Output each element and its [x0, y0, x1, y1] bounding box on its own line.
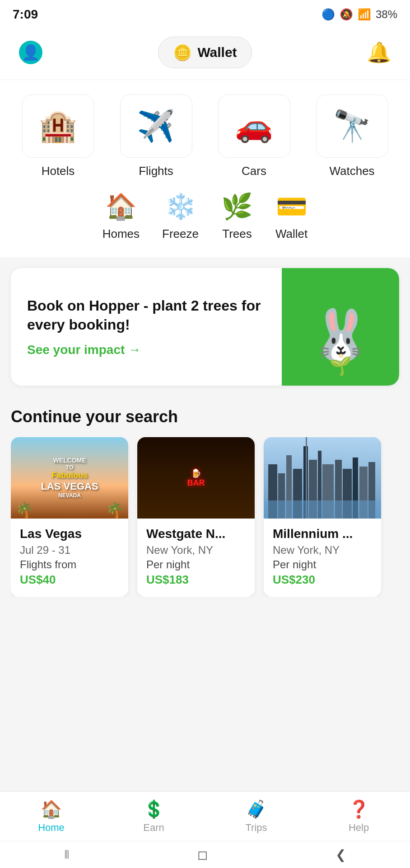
nav-earn[interactable]: 💲 Earn [102, 799, 205, 834]
promo-headline: Book on Hopper - plant 2 trees for every… [27, 297, 266, 334]
flight-emoji: ✈️ [137, 108, 175, 144]
help-nav-icon: ❓ [348, 799, 369, 819]
category-trees[interactable]: 🌿 Trees [221, 192, 253, 241]
wallet-button[interactable]: 🪙 Wallet [158, 37, 252, 68]
watches-icon-box: 🔭 [316, 94, 388, 158]
westgate-location: New York, NY [146, 544, 246, 557]
category-freeze[interactable]: ❄️ Freeze [162, 192, 199, 241]
continue-search-section: Continue your search WELCOME TO Fabulous… [0, 396, 410, 604]
person-icon: 👤 [22, 44, 40, 61]
las-vegas-card-body: Las Vegas Jul 29 - 31 Flights from US$40 [11, 519, 128, 597]
westgate-price: US$183 [146, 573, 246, 587]
millennium-card-body: Millennium ... New York, NY Per night US… [264, 519, 381, 597]
car-emoji: 🚗 [235, 108, 273, 144]
wallet-category-label: Wallet [275, 227, 308, 241]
trips-nav-label: Trips [245, 822, 267, 834]
status-bar: 7:09 🔵 🔕 📶 38% [0, 0, 410, 29]
search-card-millennium[interactable]: Millennium ... New York, NY Per night US… [264, 437, 381, 597]
search-card-westgate[interactable]: 🍺BAR Westgate N... New York, NY Per nigh… [137, 437, 255, 597]
category-cars[interactable]: 🚗 Cars [205, 94, 303, 178]
wallet-icon: 🪙 [173, 43, 192, 61]
bell-icon: 🔔 [367, 41, 391, 64]
categories-row-1: 🏨 Hotels ✈️ Flights 🚗 Cars 🔭 Watches [9, 94, 401, 178]
millennium-image [264, 437, 381, 519]
hotels-icon-box: 🏨 [22, 94, 94, 158]
wallet-emoji-icon: 💳 [276, 192, 308, 222]
promo-image: 🐰 🌱 [282, 268, 399, 386]
svg-rect-15 [264, 500, 381, 519]
profile-button[interactable]: 👤 [14, 36, 47, 69]
nav-home[interactable]: 🏠 Home [0, 799, 102, 834]
palm-tree-left: 🌴 [15, 501, 33, 519]
las-vegas-title: Las Vegas [20, 527, 119, 541]
promo-link[interactable]: See your impact → [27, 343, 266, 357]
recents-button[interactable]: ⦀ [64, 847, 70, 862]
categories-section: 🏨 Hotels ✈️ Flights 🚗 Cars 🔭 Watches 🏠 [0, 80, 410, 257]
bunny-mascot: 🐰 [310, 310, 372, 360]
category-wallet[interactable]: 💳 Wallet [275, 192, 308, 241]
watches-label: Watches [329, 164, 374, 178]
promo-card: Book on Hopper - plant 2 trees for every… [11, 268, 399, 386]
westgate-detail: Per night [146, 558, 246, 571]
category-flights[interactable]: ✈️ Flights [107, 94, 205, 178]
categories-row-2: 🏠 Homes ❄️ Freeze 🌿 Trees 💳 Wallet [9, 187, 401, 250]
bottom-nav: 🏠 Home 💲 Earn 🧳 Trips ❓ Help [0, 791, 410, 841]
bar-neon-sign: 🍺BAR [187, 468, 205, 488]
nav-help[interactable]: ❓ Help [308, 799, 410, 834]
search-card-las-vegas[interactable]: WELCOME TO Fabulous LAS VEGAS NEVADA 🌴 🌴… [11, 437, 128, 597]
wallet-label: Wallet [197, 45, 237, 60]
system-nav-bar: ⦀ ◻ ❮ [0, 841, 410, 868]
category-hotels[interactable]: 🏨 Hotels [9, 94, 107, 178]
nav-trips[interactable]: 🧳 Trips [205, 799, 308, 834]
hotels-label: Hotels [42, 164, 75, 178]
mute-icon: 🔕 [340, 8, 353, 21]
skyline-svg [264, 437, 381, 519]
status-time: 7:09 [13, 7, 38, 22]
category-watches[interactable]: 🔭 Watches [303, 94, 401, 178]
westgate-title: Westgate N... [146, 527, 246, 541]
homes-icon: 🏠 [105, 192, 137, 222]
trips-nav-icon: 🧳 [246, 799, 267, 819]
earn-nav-icon: 💲 [143, 799, 164, 819]
bluetooth-icon: 🔵 [321, 8, 335, 21]
palm-tree-right: 🌴 [106, 501, 124, 519]
lv-sign-text: WELCOME TO Fabulous LAS VEGAS NEVADA [41, 457, 98, 499]
westgate-card-body: Westgate N... New York, NY Per night US$… [137, 519, 255, 597]
millennium-price: US$230 [273, 573, 372, 587]
earn-nav-label: Earn [143, 822, 164, 834]
las-vegas-image: WELCOME TO Fabulous LAS VEGAS NEVADA 🌴 🌴 [11, 437, 128, 519]
flights-label: Flights [139, 164, 173, 178]
cars-label: Cars [242, 164, 266, 178]
millennium-title: Millennium ... [273, 527, 372, 541]
search-section-title: Continue your search [11, 407, 399, 426]
back-button[interactable]: ❮ [335, 847, 346, 862]
header: 👤 🪙 Wallet 🔔 [0, 29, 410, 80]
status-icons: 🔵 🔕 📶 38% [321, 8, 397, 21]
search-cards-container: WELCOME TO Fabulous LAS VEGAS NEVADA 🌴 🌴… [11, 437, 399, 597]
las-vegas-detail: Flights from [20, 558, 119, 571]
promo-text: Book on Hopper - plant 2 trees for every… [11, 268, 282, 386]
category-homes[interactable]: 🏠 Homes [102, 192, 140, 241]
binoculars-emoji: 🔭 [333, 108, 371, 144]
trees-label: Trees [222, 227, 252, 241]
cars-icon-box: 🚗 [218, 94, 290, 158]
home-button[interactable]: ◻ [197, 847, 208, 862]
notification-button[interactable]: 🔔 [363, 36, 396, 69]
plant-icon: 🌱 [329, 355, 352, 377]
freeze-icon: ❄️ [165, 192, 196, 222]
homes-label: Homes [102, 227, 140, 241]
freeze-label: Freeze [162, 227, 199, 241]
hotel-emoji: 🏨 [39, 108, 77, 144]
battery-icon: 38% [376, 8, 397, 21]
home-nav-icon: 🏠 [41, 799, 62, 819]
flights-icon-box: ✈️ [120, 94, 192, 158]
profile-avatar: 👤 [19, 41, 42, 64]
las-vegas-dates: Jul 29 - 31 [20, 544, 119, 557]
las-vegas-price: US$40 [20, 573, 119, 587]
millennium-location: New York, NY [273, 544, 372, 557]
wifi-icon: 📶 [358, 8, 371, 21]
westgate-image: 🍺BAR [137, 437, 255, 519]
home-nav-label: Home [38, 822, 65, 834]
help-nav-label: Help [349, 822, 369, 834]
promo-section: Book on Hopper - plant 2 trees for every… [0, 257, 410, 396]
